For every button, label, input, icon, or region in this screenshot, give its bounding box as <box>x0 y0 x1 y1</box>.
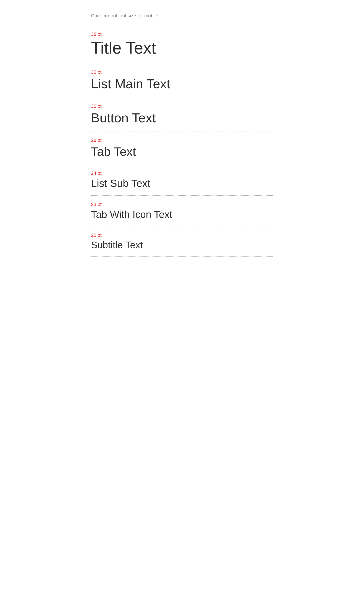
font-size-label-subtitle-text: 22 pt <box>91 232 273 238</box>
page-header: Core control font size for mobile <box>91 13 273 21</box>
font-entry-tab-text: 28 ptTab Text <box>91 131 273 158</box>
font-size-label-list-main-text: 30 pt <box>91 69 273 75</box>
font-entries-container: 38 ptTitle Text30 ptList Main Text30 ptB… <box>91 25 273 257</box>
font-entry-tab-with-icon-text: 23 ptTab With Icon Text <box>91 196 273 220</box>
page-header-label: Core control font size for mobile <box>91 13 273 19</box>
divider-subtitle-text <box>91 256 273 257</box>
header-divider <box>91 21 273 21</box>
font-sample-button-text: Button Text <box>91 111 273 125</box>
font-sample-title-text: Title Text <box>91 39 273 57</box>
font-entry-title-text: 38 ptTitle Text <box>91 25 273 57</box>
font-entry-subtitle-text: 22 ptSubtitle Text <box>91 226 273 250</box>
font-entry-button-text: 30 ptButton Text <box>91 97 273 125</box>
font-size-label-tab-with-icon-text: 23 pt <box>91 202 273 207</box>
font-size-label-tab-text: 28 pt <box>91 137 273 143</box>
font-size-label-list-sub-text: 24 pt <box>91 170 273 176</box>
font-sample-list-main-text: List Main Text <box>91 77 273 91</box>
font-entry-list-sub-text: 24 ptList Sub Text <box>91 164 273 189</box>
font-entry-list-main-text: 30 ptList Main Text <box>91 63 273 91</box>
font-sample-list-sub-text: List Sub Text <box>91 178 273 189</box>
page-container: Core control font size for mobile 38 ptT… <box>91 0 273 257</box>
font-sample-tab-with-icon-text: Tab With Icon Text <box>91 209 273 220</box>
font-size-label-title-text: 38 pt <box>91 31 273 37</box>
font-sample-subtitle-text: Subtitle Text <box>91 240 273 250</box>
font-size-label-button-text: 30 pt <box>91 103 273 109</box>
font-sample-tab-text: Tab Text <box>91 145 273 158</box>
